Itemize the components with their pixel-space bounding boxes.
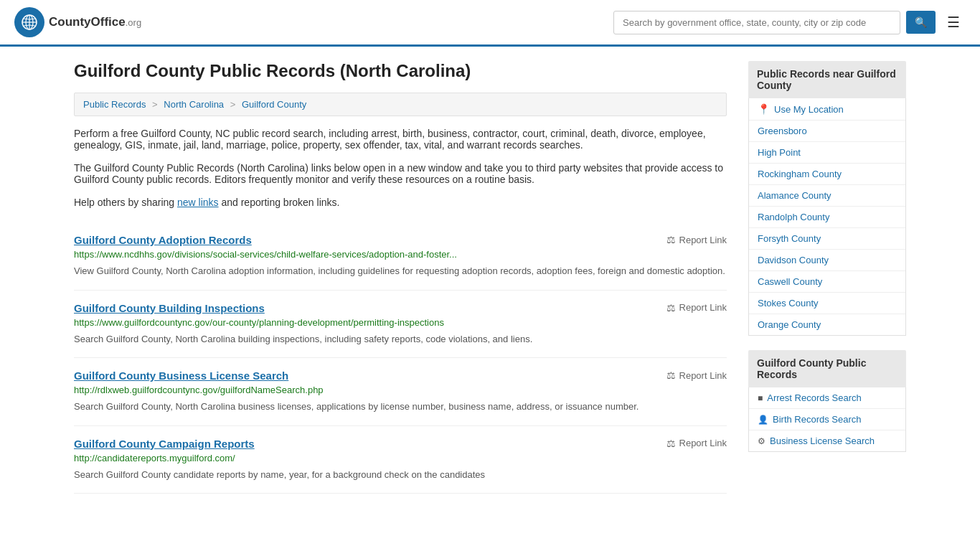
nearby-place-link-6[interactable]: Davidson County (758, 255, 829, 265)
nearby-place-4[interactable]: Randolph County (749, 207, 905, 228)
new-links-link[interactable]: new links (177, 197, 219, 208)
nearby-place-2[interactable]: Rockingham County (749, 164, 905, 185)
nearby-place-link-8[interactable]: Stokes County (758, 298, 819, 309)
nearby-place-9[interactable]: Orange County (749, 314, 905, 335)
share-text: Help others by sharing new links and rep… (74, 197, 727, 208)
guilford-records-section: Guilford County Public Records ■ Arrest … (748, 350, 906, 452)
record-url-1: https://www.guilfordcountync.gov/our-cou… (74, 317, 727, 328)
record-desc-3: Search Guilford County candidate reports… (74, 468, 727, 482)
nearby-heading: Public Records near Guilford County (748, 61, 906, 98)
nearby-place-0[interactable]: Greensboro (749, 121, 905, 142)
search-area: 🔍 ☰ (613, 11, 966, 34)
logo-text: CountyOffice.org (49, 15, 141, 29)
guilford-record-icon-2: ⚙ (758, 436, 765, 446)
guilford-record-icon-0: ■ (758, 393, 763, 403)
record-url-2: http://rdlxweb.guilfordcountync.gov/guil… (74, 385, 727, 395)
record-item: Guilford County Building Inspections ⚖ R… (74, 291, 727, 359)
nearby-section: Public Records near Guilford County 📍 Us… (748, 61, 906, 336)
report-link-1[interactable]: ⚖ Report Link (666, 302, 727, 314)
nearby-place-link-5[interactable]: Forsyth County (758, 233, 821, 244)
report-link-3[interactable]: ⚖ Report Link (666, 438, 727, 449)
hamburger-icon: ☰ (947, 14, 960, 30)
location-icon: 📍 (758, 103, 770, 115)
report-icon: ⚖ (666, 438, 676, 449)
nearby-place-6[interactable]: Davidson County (749, 250, 905, 271)
guilford-records-heading: Guilford County Public Records (748, 350, 906, 387)
guilford-record-icon-1: 👤 (758, 415, 768, 425)
breadcrumb-guilford-county[interactable]: Guilford County (242, 99, 306, 110)
nearby-place-7[interactable]: Caswell County (749, 271, 905, 293)
nearby-place-link-4[interactable]: Randolph County (758, 212, 829, 222)
record-item: Guilford County Business License Search … (74, 358, 727, 426)
guilford-records-list: ■ Arrest Records Search 👤 Birth Records … (748, 387, 906, 452)
record-desc-0: View Guilford County, North Carolina ado… (74, 264, 727, 278)
record-title-3[interactable]: Guilford County Campaign Reports (74, 438, 255, 450)
intro-paragraph-1: Perform a free Guilford County, NC publi… (74, 128, 727, 151)
content-area: Guilford County Public Records (North Ca… (74, 61, 727, 494)
nearby-place-8[interactable]: Stokes County (749, 293, 905, 314)
record-url-3: http://candidatereports.myguilford.com/ (74, 453, 727, 463)
record-title-0[interactable]: Guilford County Adoption Records (74, 234, 252, 246)
sidebar: Public Records near Guilford County 📍 Us… (748, 61, 906, 494)
record-title-1[interactable]: Guilford County Building Inspections (74, 302, 265, 314)
search-icon: 🔍 (915, 17, 927, 28)
nearby-place-link-3[interactable]: Alamance County (758, 190, 831, 201)
menu-button[interactable]: ☰ (941, 11, 966, 34)
nearby-place-3[interactable]: Alamance County (749, 185, 905, 207)
breadcrumb: Public Records > North Carolina > Guilfo… (74, 93, 727, 116)
record-title-2[interactable]: Guilford County Business License Search (74, 369, 288, 382)
guilford-record-link-0[interactable]: Arrest Records Search (767, 392, 862, 403)
use-my-location[interactable]: 📍 Use My Location (749, 98, 905, 121)
records-list: Guilford County Adoption Records ⚖ Repor… (74, 222, 727, 494)
guilford-record-0[interactable]: ■ Arrest Records Search (749, 387, 905, 409)
main-container: Guilford County Public Records (North Ca… (60, 47, 920, 508)
nearby-place-5[interactable]: Forsyth County (749, 228, 905, 250)
intro-paragraph-2: The Guilford County Public Records (Nort… (74, 162, 727, 185)
record-header: Guilford County Business License Search … (74, 369, 727, 382)
search-button[interactable]: 🔍 (906, 11, 936, 34)
record-header: Guilford County Campaign Reports ⚖ Repor… (74, 438, 727, 450)
record-desc-1: Search Guilford County, North Carolina b… (74, 332, 727, 347)
breadcrumb-public-records[interactable]: Public Records (83, 99, 146, 110)
record-header: Guilford County Building Inspections ⚖ R… (74, 302, 727, 314)
report-icon: ⚖ (666, 234, 676, 245)
breadcrumb-separator: > (152, 99, 160, 110)
nearby-place-link-0[interactable]: Greensboro (758, 126, 807, 136)
record-header: Guilford County Adoption Records ⚖ Repor… (74, 234, 727, 246)
nearby-place-link-7[interactable]: Caswell County (758, 276, 822, 287)
logo-icon (14, 7, 44, 37)
breadcrumb-north-carolina[interactable]: North Carolina (164, 99, 224, 110)
guilford-record-1[interactable]: 👤 Birth Records Search (749, 409, 905, 430)
search-input[interactable] (613, 11, 900, 34)
nearby-place-link-2[interactable]: Rockingham County (758, 169, 842, 179)
guilford-record-2[interactable]: ⚙ Business License Search (749, 430, 905, 451)
record-item: Guilford County Adoption Records ⚖ Repor… (74, 222, 727, 291)
breadcrumb-separator: > (230, 99, 238, 110)
report-icon: ⚖ (666, 302, 676, 314)
nearby-place-1[interactable]: High Point (749, 142, 905, 164)
guilford-record-link-1[interactable]: Birth Records Search (773, 414, 862, 425)
use-location-link[interactable]: Use My Location (774, 104, 844, 115)
page-title: Guilford County Public Records (North Ca… (74, 61, 727, 81)
nearby-place-link-9[interactable]: Orange County (758, 319, 821, 330)
logo-area: CountyOffice.org (14, 7, 141, 37)
record-url-0: https://www.ncdhhs.gov/divisions/social-… (74, 249, 727, 260)
report-icon: ⚖ (666, 369, 676, 381)
record-desc-2: Search Guilford County, North Carolina b… (74, 400, 727, 414)
header: CountyOffice.org 🔍 ☰ (0, 0, 980, 47)
guilford-record-link-2[interactable]: Business License Search (770, 435, 875, 446)
nearby-place-link-1[interactable]: High Point (758, 147, 801, 158)
nearby-list: 📍 Use My Location GreensboroHigh PointRo… (748, 98, 906, 336)
report-link-0[interactable]: ⚖ Report Link (666, 234, 727, 245)
report-link-2[interactable]: ⚖ Report Link (666, 369, 727, 381)
record-item: Guilford County Campaign Reports ⚖ Repor… (74, 426, 727, 494)
